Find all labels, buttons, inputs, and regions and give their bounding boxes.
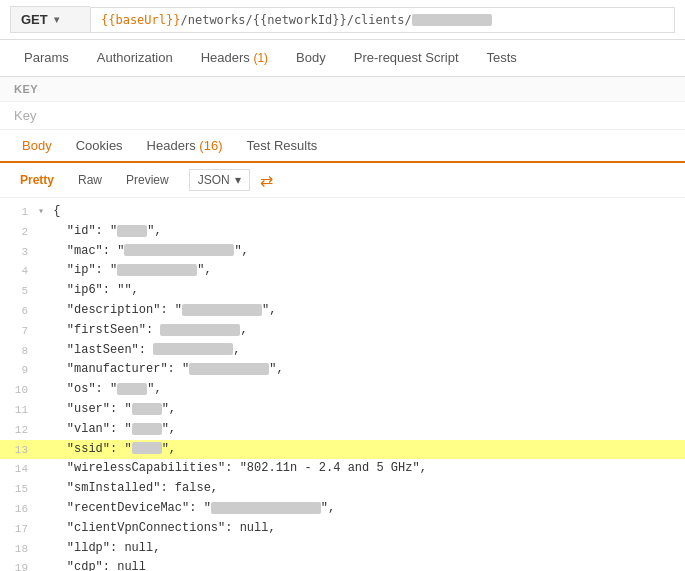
json-line-10: 10 "os": "", xyxy=(0,380,685,400)
json-line-1: 1 ▾ { xyxy=(0,202,685,222)
response-headers-badge: (16) xyxy=(199,138,222,153)
json-line-17: 17 "clientVpnConnections": null, xyxy=(0,519,685,539)
json-line-9: 9 "manufacturer": "", xyxy=(0,360,685,380)
json-line-4: 4 "ip": "", xyxy=(0,261,685,281)
tab-response-body[interactable]: Body xyxy=(10,130,64,163)
chevron-down-icon: ▾ xyxy=(54,14,59,25)
manufacturer-redacted xyxy=(189,363,269,375)
json-line-8: 8 "lastSeen": , xyxy=(0,341,685,361)
response-tabs: Body Cookies Headers (16) Test Results xyxy=(0,130,685,163)
mac-redacted xyxy=(124,244,234,256)
tab-prerequest[interactable]: Pre-request Script xyxy=(340,40,473,77)
method-label: GET xyxy=(21,12,48,27)
id-redacted xyxy=(117,225,147,237)
request-tabs: Params Authorization Headers (1) Body Pr… xyxy=(0,40,685,77)
tab-body[interactable]: Body xyxy=(282,40,340,77)
ip-redacted xyxy=(117,264,197,276)
collapse-icon[interactable]: ▾ xyxy=(38,206,44,217)
desc-redacted xyxy=(182,304,262,316)
format-select[interactable]: JSON ▾ xyxy=(189,169,250,191)
preview-button[interactable]: Preview xyxy=(116,169,179,191)
format-chevron-icon: ▾ xyxy=(235,173,241,187)
tab-response-headers[interactable]: Headers (16) xyxy=(135,130,235,163)
tab-cookies[interactable]: Cookies xyxy=(64,130,135,163)
json-line-14: 14 "wirelessCapabilities": "802.11n - 2.… xyxy=(0,459,685,479)
tab-headers[interactable]: Headers (1) xyxy=(187,40,282,77)
json-line-19: 19 "cdp": null xyxy=(0,558,685,571)
key-placeholder[interactable]: Key xyxy=(0,102,685,129)
json-line-16: 16 "recentDeviceMac": "", xyxy=(0,499,685,519)
json-line-3: 3 "mac": "", xyxy=(0,242,685,262)
json-line-12: 12 "vlan": "", xyxy=(0,420,685,440)
json-line-7: 7 "firstSeen": , xyxy=(0,321,685,341)
format-bar: Pretty Raw Preview JSON ▾ ⇄ xyxy=(0,163,685,198)
url-path: /networks/{{networkId}}/clients/ xyxy=(180,13,411,27)
lastseen-redacted xyxy=(153,343,233,355)
raw-button[interactable]: Raw xyxy=(68,169,112,191)
url-redacted xyxy=(412,14,492,26)
ssid-redacted xyxy=(132,442,162,454)
url-base: {{baseUrl}} xyxy=(101,13,180,27)
os-redacted xyxy=(117,383,147,395)
json-line-15: 15 "smInstalled": false, xyxy=(0,479,685,499)
json-line-11: 11 "user": "", xyxy=(0,400,685,420)
headers-badge: (1) xyxy=(253,51,268,65)
pretty-button[interactable]: Pretty xyxy=(10,169,64,191)
json-line-2: 2 "id": "", xyxy=(0,222,685,242)
tab-authorization[interactable]: Authorization xyxy=(83,40,187,77)
vlan-redacted xyxy=(132,423,162,435)
tab-test-results[interactable]: Test Results xyxy=(234,130,329,163)
firstseen-redacted xyxy=(160,324,240,336)
user-redacted xyxy=(132,403,162,415)
key-section: KEY Key xyxy=(0,77,685,130)
json-line-13: 13 "ssid": "", xyxy=(0,440,685,460)
method-select[interactable]: GET ▾ xyxy=(10,6,90,33)
wrap-icon[interactable]: ⇄ xyxy=(260,171,273,190)
url-input[interactable]: {{baseUrl}}/networks/{{networkId}}/clien… xyxy=(90,7,675,33)
json-line-6: 6 "description": "", xyxy=(0,301,685,321)
tab-params[interactable]: Params xyxy=(10,40,83,77)
recentdevicemac-redacted xyxy=(211,502,321,514)
key-column-header: KEY xyxy=(0,77,685,102)
tab-tests[interactable]: Tests xyxy=(473,40,531,77)
json-line-5: 5 "ip6": "", xyxy=(0,281,685,301)
json-body: 1 ▾ { 2 "id": "", 3 "mac": "", 4 "ip": "… xyxy=(0,198,685,571)
url-bar: GET ▾ {{baseUrl}}/networks/{{networkId}}… xyxy=(0,0,685,40)
json-line-18: 18 "lldp": null, xyxy=(0,539,685,559)
format-label: JSON xyxy=(198,173,230,187)
